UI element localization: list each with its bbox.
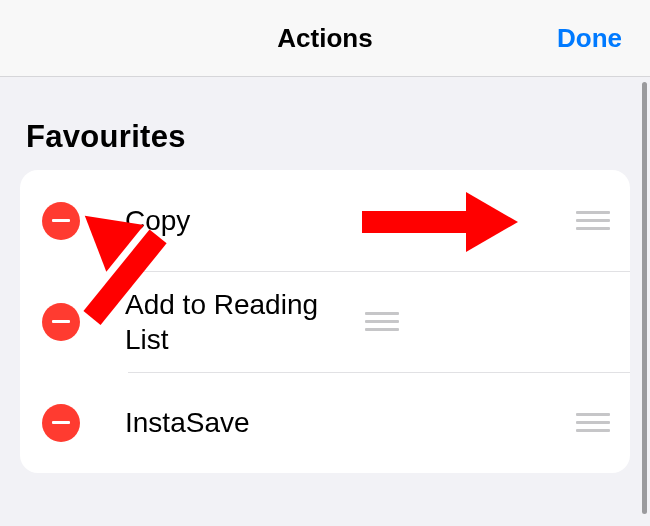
list-item: Add to Reading List bbox=[20, 271, 630, 372]
drag-handle-icon[interactable] bbox=[576, 211, 610, 230]
section-title-favourites: Favourites bbox=[26, 119, 630, 155]
content-area: Favourites Copy Add to Reading List bbox=[0, 119, 650, 473]
drag-handle-icon[interactable] bbox=[365, 312, 399, 331]
header-bar: Actions Done bbox=[0, 0, 650, 77]
list-item-label: Add to Reading List bbox=[125, 287, 365, 357]
minus-icon bbox=[52, 421, 70, 425]
minus-icon bbox=[52, 320, 70, 324]
scrollbar[interactable] bbox=[642, 82, 647, 514]
list-item-label: Copy bbox=[125, 203, 576, 238]
minus-icon bbox=[52, 219, 70, 223]
drag-handle-icon[interactable] bbox=[576, 413, 610, 432]
done-button[interactable]: Done bbox=[557, 23, 622, 54]
page-title: Actions bbox=[277, 23, 372, 54]
list-item: Copy bbox=[20, 170, 630, 271]
remove-button[interactable] bbox=[42, 303, 80, 341]
remove-button[interactable] bbox=[42, 404, 80, 442]
favourites-list: Copy Add to Reading List InstaSave bbox=[20, 170, 630, 473]
remove-button[interactable] bbox=[42, 202, 80, 240]
list-item-label: InstaSave bbox=[125, 405, 576, 440]
list-item: InstaSave bbox=[20, 372, 630, 473]
